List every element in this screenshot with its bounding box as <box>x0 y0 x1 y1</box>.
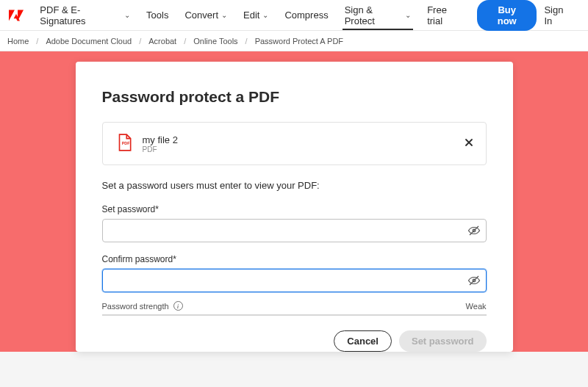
nav-convert[interactable]: Convert ⌄ <box>176 0 235 30</box>
file-row: PDF my file 2 PDF <box>102 122 487 165</box>
adobe-logo-icon[interactable] <box>6 5 26 26</box>
hero-background: Password protect a PDF PDF my file 2 PDF… <box>0 51 588 352</box>
password-protect-card: Password protect a PDF PDF my file 2 PDF… <box>76 62 513 352</box>
toggle-visibility-button[interactable] <box>467 224 481 237</box>
file-meta: my file 2 PDF <box>143 134 455 153</box>
svg-text:PDF: PDF <box>121 141 130 145</box>
nav-tools[interactable]: Tools <box>138 0 176 30</box>
top-nav: PDF & E-Signatures ⌄ Tools Convert ⌄ Edi… <box>0 0 588 31</box>
page-title: Password protect a PDF <box>102 88 487 106</box>
nav-pdf-esignatures[interactable]: PDF & E-Signatures ⌄ <box>32 0 138 30</box>
pdf-file-icon: PDF <box>115 133 134 154</box>
crumb-acrobat[interactable]: Acrobat <box>148 37 176 46</box>
breadcrumb-separator: / <box>245 37 248 46</box>
nav-label: Compress <box>284 10 328 21</box>
file-type: PDF <box>143 145 455 153</box>
breadcrumb-separator: / <box>184 37 186 46</box>
nav-label: Edit <box>243 10 259 21</box>
chevron-down-icon: ⌄ <box>262 11 268 19</box>
action-row: Cancel Set password <box>102 330 487 352</box>
crumb-doc-cloud[interactable]: Adobe Document Cloud <box>46 37 132 46</box>
nav-edit[interactable]: Edit ⌄ <box>235 0 276 30</box>
toggle-visibility-button[interactable] <box>467 274 481 287</box>
set-password-field-wrap <box>102 219 487 242</box>
nav-label: Tools <box>146 10 168 21</box>
confirm-password-label: Confirm password* <box>102 254 487 264</box>
set-password-button[interactable]: Set password <box>399 330 487 352</box>
sign-in-link[interactable]: Sign In <box>537 4 581 26</box>
nav-label: PDF & E-Signatures <box>40 4 121 26</box>
breadcrumb-separator: / <box>139 37 141 46</box>
info-icon[interactable]: i <box>173 301 183 311</box>
instruction-text: Set a password users must enter to view … <box>102 180 487 191</box>
footer-strip <box>0 352 588 387</box>
breadcrumb-separator: / <box>36 37 38 46</box>
nav-menu: PDF & E-Signatures ⌄ Tools Convert ⌄ Edi… <box>32 0 537 30</box>
breadcrumb: Home / Adobe Document Cloud / Acrobat / … <box>0 31 588 51</box>
file-name: my file 2 <box>143 134 455 145</box>
chevron-down-icon: ⌄ <box>124 11 130 19</box>
confirm-password-input[interactable] <box>102 269 487 292</box>
set-password-input[interactable] <box>102 219 487 242</box>
strength-label: Password strength <box>102 302 169 311</box>
strength-value: Weak <box>466 302 487 311</box>
password-strength-row: Password strength i Weak <box>102 301 487 311</box>
nav-free-trial[interactable]: Free trial <box>419 0 471 30</box>
nav-sign-protect[interactable]: Sign & Protect ⌄ <box>337 0 419 30</box>
chevron-down-icon: ⌄ <box>221 11 227 19</box>
nav-compress[interactable]: Compress <box>276 0 336 30</box>
crumb-home[interactable]: Home <box>7 37 29 46</box>
crumb-current: Password Protect A PDF <box>255 37 343 46</box>
nav-label: Convert <box>184 10 218 21</box>
buy-now-button[interactable]: Buy now <box>477 0 537 31</box>
set-password-label: Set password* <box>102 204 487 214</box>
crumb-online-tools[interactable]: Online Tools <box>193 37 237 46</box>
nav-label: Free trial <box>427 4 463 26</box>
nav-label: Sign & Protect <box>345 4 402 26</box>
confirm-password-field-wrap <box>102 269 487 292</box>
remove-file-button[interactable] <box>464 137 474 151</box>
strength-bar <box>102 314 487 316</box>
chevron-down-icon: ⌄ <box>405 11 411 19</box>
cancel-button[interactable]: Cancel <box>334 330 392 352</box>
